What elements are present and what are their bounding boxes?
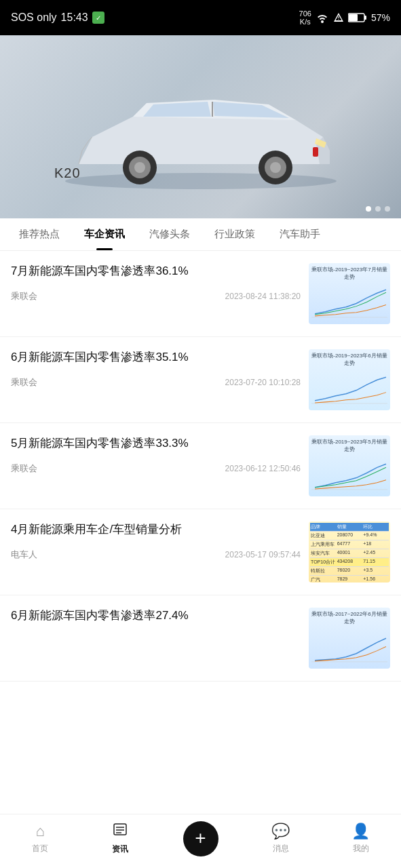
news-source-4: 电车人 bbox=[11, 549, 37, 561]
hero-dot-2 bbox=[375, 206, 381, 212]
car-image bbox=[38, 83, 364, 198]
time-text: 15:43 bbox=[61, 12, 88, 24]
nav-messages-label: 消息 bbox=[273, 843, 289, 854]
news-icon bbox=[113, 822, 128, 841]
car-model-label: K20 bbox=[54, 165, 81, 181]
hero-dot-3 bbox=[385, 206, 390, 212]
news-title-5: 6月新能源车国内零售渗透率27.4% bbox=[11, 608, 301, 624]
news-title-1: 7月新能源车国内零售渗透率36.1% bbox=[11, 263, 301, 279]
news-item-2[interactable]: 6月新能源车国内零售渗透率35.1% 乘联会 2023-07-20 10:10:… bbox=[0, 337, 401, 423]
status-bar: SOS only 15:43 ✓ 706 K/s 57% bbox=[0, 0, 401, 35]
tab-qiche[interactable]: 车企资讯 bbox=[72, 218, 137, 250]
messages-icon: 💬 bbox=[271, 823, 290, 840]
wifi-icon bbox=[316, 12, 329, 23]
home-icon: ⌂ bbox=[35, 823, 44, 840]
news-content-4: 4月新能源乘用车企/车型销量分析 电车人 2023-05-17 09:57:44 bbox=[11, 521, 301, 561]
news-content-2: 6月新能源车国内零售渗透率35.1% 乘联会 2023-07-20 10:10:… bbox=[11, 349, 301, 389]
battery-percent: 57% bbox=[371, 12, 390, 23]
news-title-2: 6月新能源车国内零售渗透率35.1% bbox=[11, 349, 301, 366]
svg-point-10 bbox=[270, 162, 281, 173]
svg-rect-1 bbox=[349, 14, 358, 21]
mine-icon: 👤 bbox=[351, 823, 370, 840]
news-thumb-5: 乘联市场-2017~2022年6月销量走势 bbox=[309, 608, 390, 669]
nav-mine-label: 我的 bbox=[353, 843, 369, 854]
nav-home[interactable]: ⌂ 首页 bbox=[0, 823, 80, 854]
svg-rect-2 bbox=[364, 16, 366, 20]
news-thumb-4: 品牌 销量 环比 比亚迪 208070 +9.4% 上汽乘用车 64777 +1… bbox=[309, 521, 390, 583]
news-content-1: 7月新能源车国内零售渗透率36.1% 乘联会 2023-08-24 11:38:… bbox=[11, 263, 301, 302]
app-indicator-icon: ✓ bbox=[92, 12, 104, 24]
svg-rect-11 bbox=[313, 147, 318, 157]
news-source-2: 乘联会 bbox=[11, 376, 37, 389]
add-button[interactable]: + bbox=[183, 821, 218, 856]
hero-banner[interactable]: K20 bbox=[0, 35, 401, 218]
sos-text: SOS only bbox=[11, 12, 57, 24]
news-source-1: 乘联会 bbox=[11, 290, 37, 302]
news-content-5: 6月新能源车国内零售渗透率27.4% bbox=[11, 608, 301, 635]
news-thumb-3: 乘联市场-2019~2023年5月销量走势 bbox=[309, 435, 390, 496]
hero-indicators bbox=[366, 206, 390, 212]
news-date-1: 2023-08-24 11:38:20 bbox=[225, 292, 301, 301]
news-title-4: 4月新能源乘用车企/车型销量分析 bbox=[11, 521, 301, 538]
news-date-3: 2023-06-12 12:50:46 bbox=[225, 464, 301, 473]
news-date-4: 2023-05-17 09:57:44 bbox=[225, 550, 301, 559]
news-thumb-1: 乘联市场-2019~2023年7月销量走势 bbox=[309, 263, 390, 324]
battery-icon bbox=[348, 12, 367, 23]
status-left: SOS only 15:43 ✓ bbox=[11, 12, 104, 24]
add-icon: + bbox=[195, 829, 206, 848]
news-meta-2: 乘联会 2023-07-20 10:10:28 bbox=[11, 376, 301, 389]
nav-news-label: 资讯 bbox=[112, 844, 128, 855]
news-source-3: 乘联会 bbox=[11, 462, 37, 475]
svg-point-7 bbox=[134, 162, 145, 173]
news-item-1[interactable]: 7月新能源车国内零售渗透率36.1% 乘联会 2023-08-24 11:38:… bbox=[0, 251, 401, 337]
warning-icon bbox=[333, 12, 344, 23]
nav-home-label: 首页 bbox=[32, 843, 48, 854]
news-date-2: 2023-07-20 10:10:28 bbox=[225, 378, 301, 387]
news-list: 7月新能源车国内零售渗透率36.1% 乘联会 2023-08-24 11:38:… bbox=[0, 251, 401, 682]
news-item-5[interactable]: 6月新能源车国内零售渗透率27.4% 乘联市场-2017~2022年6月销量走势 bbox=[0, 595, 401, 682]
nav-messages[interactable]: 💬 消息 bbox=[241, 823, 321, 854]
news-meta-4: 电车人 2023-05-17 09:57:44 bbox=[11, 549, 301, 561]
nav-add[interactable]: + bbox=[160, 821, 240, 856]
page-content: K20 推荐热点 车企资讯 汽修头条 行业政策 汽车助手 7月新能源车国内零售渗… bbox=[0, 35, 401, 743]
news-item-4[interactable]: 4月新能源乘用车企/车型销量分析 电车人 2023-05-17 09:57:44… bbox=[0, 509, 401, 595]
news-meta-1: 乘联会 2023-08-24 11:38:20 bbox=[11, 290, 301, 302]
news-thumb-2: 乘联市场-2019~2023年6月销量走势 bbox=[309, 349, 390, 410]
nav-news[interactable]: 资讯 bbox=[80, 822, 160, 855]
news-title-3: 5月新能源车国内零售渗透率33.3% bbox=[11, 435, 301, 452]
category-tabs: 推荐热点 车企资讯 汽修头条 行业政策 汽车助手 bbox=[0, 218, 401, 251]
tab-qixiu[interactable]: 汽修头条 bbox=[137, 218, 202, 250]
bottom-navigation: ⌂ 首页 资讯 + 💬 消息 👤 我的 bbox=[0, 814, 401, 868]
svg-point-3 bbox=[65, 173, 337, 189]
tab-recommend[interactable]: 推荐热点 bbox=[7, 218, 72, 250]
news-content-3: 5月新能源车国内零售渗透率33.3% 乘联会 2023-06-12 12:50:… bbox=[11, 435, 301, 475]
news-item-3[interactable]: 5月新能源车国内零售渗透率33.3% 乘联会 2023-06-12 12:50:… bbox=[0, 423, 401, 509]
nav-mine[interactable]: 👤 我的 bbox=[321, 823, 401, 854]
tab-policy[interactable]: 行业政策 bbox=[202, 218, 267, 250]
news-meta-3: 乘联会 2023-06-12 12:50:46 bbox=[11, 462, 301, 475]
hero-dot-1 bbox=[366, 206, 371, 212]
network-speed: 706 K/s bbox=[299, 9, 311, 26]
tab-assist[interactable]: 汽车助手 bbox=[267, 218, 332, 250]
status-right: 706 K/s 57% bbox=[299, 9, 390, 26]
